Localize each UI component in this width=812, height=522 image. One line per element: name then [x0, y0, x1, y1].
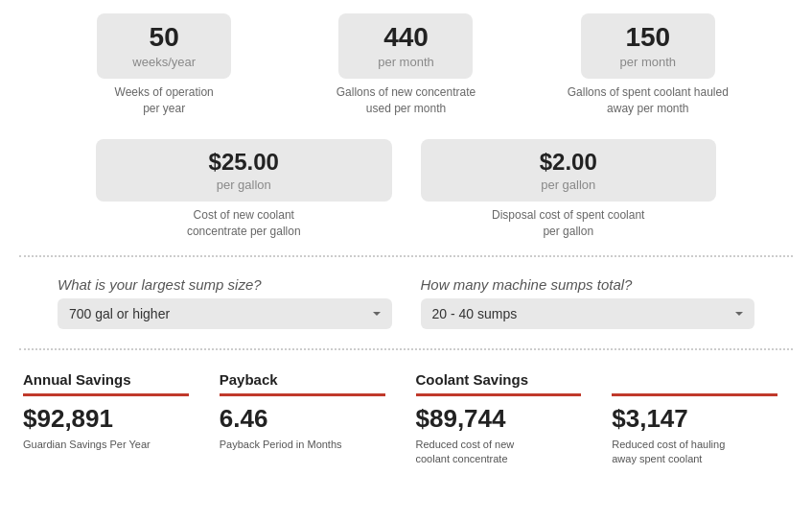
- sump-size-label: What is your largest sump size?: [58, 276, 392, 293]
- result-title-annual: Annual Savings: [23, 371, 189, 388]
- result-bar-hauling: [612, 393, 777, 396]
- result-bar-annual: [23, 393, 189, 396]
- results-row: Annual Savings $92,891 Guardian Savings …: [0, 360, 812, 477]
- result-annual-savings: Annual Savings $92,891 Guardian Savings …: [19, 371, 204, 467]
- result-desc-coolant: Reduced cost of newcoolant concentrate: [416, 438, 582, 467]
- stat-box-gallons-spent: 150 per month: [581, 13, 715, 79]
- stat-unit-gallons-new: per month: [361, 55, 450, 69]
- stat-col-gallons-new: 440 per month Gallons of new concentrate…: [299, 13, 512, 116]
- stat-desc-gallons-new: Gallons of new concentrateused per month: [336, 84, 476, 117]
- result-desc-hauling: Reduced cost of haulingaway spent coolan…: [612, 438, 777, 467]
- stat-box-weeks: 50 weeks/year: [97, 13, 231, 79]
- cost-unit-concentrate: per gallon: [125, 178, 363, 192]
- divider-2: [19, 348, 793, 350]
- result-value-annual: $92,891: [23, 404, 189, 434]
- cost-unit-disposal: per gallon: [450, 178, 688, 192]
- result-desc-payback: Payback Period in Months: [220, 438, 385, 452]
- cost-col-concentrate: $25.00 per gallon Cost of new coolantcon…: [96, 139, 392, 240]
- stat-value-weeks: 50: [120, 23, 208, 53]
- stat-value-gallons-spent: 150: [604, 23, 692, 53]
- result-title-payback: Payback: [220, 371, 385, 388]
- cost-desc-concentrate: Cost of new coolantconcentrate per gallo…: [187, 207, 301, 240]
- sump-count-label: How many machine sumps total?: [421, 276, 755, 293]
- stat-col-weeks: 50 weeks/year Weeks of operationper year: [58, 13, 270, 116]
- result-desc-annual: Guardian Savings Per Year: [23, 438, 189, 452]
- result-coolant-savings: Coolant Savings $89,744 Reduced cost of …: [401, 371, 597, 467]
- cost-desc-disposal: Disposal cost of spent coolantper gallon: [492, 207, 644, 240]
- result-bar-payback: [220, 393, 385, 396]
- cost-value-disposal: $2.00: [450, 149, 688, 176]
- sump-count-col: How many machine sumps total? 20 - 40 su…: [421, 276, 755, 329]
- stat-desc-weeks: Weeks of operationper year: [115, 84, 214, 117]
- result-value-coolant: $89,744: [416, 404, 582, 434]
- divider-1: [19, 255, 793, 257]
- result-bar-coolant: [416, 393, 582, 396]
- stat-desc-gallons-spent: Gallons of spent coolant hauledaway per …: [568, 84, 729, 117]
- result-title-hauling: -: [612, 371, 777, 388]
- stat-unit-gallons-spent: per month: [604, 55, 692, 69]
- stat-col-gallons-spent: 150 per month Gallons of spent coolant h…: [542, 13, 754, 116]
- cost-box-concentrate: $25.00 per gallon: [96, 139, 392, 202]
- result-title-coolant: Coolant Savings: [416, 371, 582, 388]
- result-value-hauling: $3,147: [612, 404, 777, 434]
- result-hauling-savings: - $3,147 Reduced cost of haulingaway spe…: [596, 371, 793, 467]
- stat-unit-weeks: weeks/year: [120, 55, 208, 69]
- cost-col-disposal: $2.00 per gallon Disposal cost of spent …: [421, 139, 717, 240]
- sump-size-col: What is your largest sump size? 700 gal …: [58, 276, 392, 329]
- cost-box-disposal: $2.00 per gallon: [421, 139, 717, 202]
- sump-size-select[interactable]: 700 gal or higher: [58, 298, 392, 329]
- stat-box-gallons-new: 440 per month: [338, 13, 473, 79]
- result-value-payback: 6.46: [220, 404, 385, 434]
- cost-value-concentrate: $25.00: [125, 149, 363, 176]
- stat-value-gallons-new: 440: [361, 23, 450, 53]
- sump-count-select[interactable]: 20 - 40 sumps: [421, 298, 755, 329]
- result-payback: Payback 6.46 Payback Period in Months: [204, 371, 401, 467]
